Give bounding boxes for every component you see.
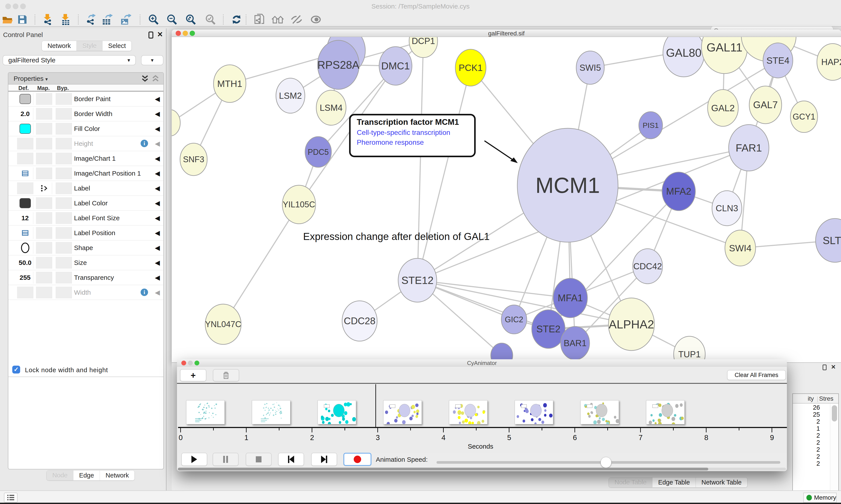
table-cell[interactable]: 2 xyxy=(793,418,823,425)
expand-row-arrow-icon[interactable]: ◀ xyxy=(155,199,160,207)
def-cell[interactable]: 2.0 xyxy=(17,108,33,120)
map-cell[interactable] xyxy=(36,197,52,209)
def-cell[interactable] xyxy=(17,93,33,105)
expand-row-arrow-icon[interactable]: ◀ xyxy=(155,155,160,162)
frame-thumbnail-5s[interactable] xyxy=(515,400,553,424)
clear-all-frames-button[interactable]: Clear All Frames xyxy=(727,370,786,380)
def-cell[interactable] xyxy=(17,227,33,239)
map-cell[interactable] xyxy=(36,182,52,194)
map-cell[interactable] xyxy=(36,108,52,120)
annotation-link[interactable]: Pheromone response xyxy=(357,138,474,146)
properties-header[interactable]: Properties ▾ xyxy=(8,73,163,85)
def-cell[interactable]: 12 xyxy=(17,212,33,224)
frame-thumbnail-7s[interactable] xyxy=(646,400,685,424)
duplicate-network-icon[interactable] xyxy=(253,14,265,25)
expand-row-arrow-icon[interactable]: ◀ xyxy=(155,184,160,192)
frame-thumbnail-2s[interactable] xyxy=(318,400,356,424)
expand-row-arrow-icon[interactable]: ◀ xyxy=(155,259,160,267)
expand-row-arrow-icon[interactable]: ◀ xyxy=(155,95,160,103)
refresh-icon[interactable] xyxy=(230,14,243,25)
def-cell[interactable] xyxy=(17,167,33,179)
style-options-button[interactable]: ▾ xyxy=(141,55,163,65)
def-cell[interactable]: 255 xyxy=(17,272,33,284)
byp-cell[interactable] xyxy=(56,272,72,284)
delete-frame-button[interactable] xyxy=(213,369,239,381)
table-cell[interactable]: 1 xyxy=(793,425,823,432)
expand-row-arrow-icon[interactable]: ◀ xyxy=(155,289,160,296)
byp-cell[interactable] xyxy=(56,93,72,105)
def-cell[interactable] xyxy=(17,197,33,209)
tab-edge-table[interactable]: Edge Table xyxy=(652,478,696,487)
byp-cell[interactable] xyxy=(56,152,72,164)
timeline-scrollbar-thumb[interactable] xyxy=(178,468,708,470)
expand-row-arrow-icon[interactable]: ◀ xyxy=(155,125,160,132)
map-cell[interactable] xyxy=(36,93,52,105)
tab-network[interactable]: Network xyxy=(100,470,135,480)
table-cell[interactable]: 26 xyxy=(793,404,823,411)
add-frame-button[interactable]: + xyxy=(180,369,206,381)
tab-style[interactable]: Style xyxy=(76,41,102,51)
byp-cell[interactable] xyxy=(56,123,72,134)
table-cell[interactable]: 2 xyxy=(793,460,823,467)
table-cell[interactable]: 2 xyxy=(793,453,823,460)
property-row-label-font-size[interactable]: 12Label Font Size◀ xyxy=(8,211,163,226)
info-icon[interactable]: i xyxy=(141,140,148,147)
byp-cell[interactable] xyxy=(56,257,72,269)
property-row-transparency[interactable]: 255Transparency◀ xyxy=(8,270,163,285)
property-row-image-chart-1[interactable]: Image/Chart 1◀ xyxy=(8,151,163,166)
property-row-label-color[interactable]: Label Color◀ xyxy=(8,196,163,211)
column-header[interactable]: ity xyxy=(793,395,814,402)
timeline-scrollbar[interactable] xyxy=(178,468,786,470)
frame-thumbnail-0s[interactable] xyxy=(186,400,225,424)
animation-speed-thumb[interactable] xyxy=(601,457,611,468)
open-folder-icon[interactable] xyxy=(2,14,14,25)
property-row-size[interactable]: 50.0Size◀ xyxy=(8,255,163,270)
zoom-selected-icon[interactable] xyxy=(204,14,216,25)
byp-cell[interactable] xyxy=(56,167,72,179)
home-network-icon[interactable] xyxy=(272,14,284,25)
map-cell[interactable] xyxy=(36,138,52,149)
expand-row-arrow-icon[interactable]: ◀ xyxy=(155,169,160,177)
column-header[interactable]: Stres xyxy=(819,395,833,402)
def-cell[interactable] xyxy=(17,138,33,149)
expand-row-arrow-icon[interactable]: ◀ xyxy=(155,214,160,222)
tab-node[interactable]: Node xyxy=(47,470,73,480)
byp-cell[interactable] xyxy=(56,287,72,299)
table-cell[interactable]: 2 xyxy=(793,446,823,453)
map-cell[interactable] xyxy=(36,123,52,134)
map-cell[interactable] xyxy=(36,167,52,179)
timeline-playhead[interactable] xyxy=(375,384,376,427)
property-row-label[interactable]: Label◀ xyxy=(8,181,163,196)
hide-panel-eye-slash-icon[interactable] xyxy=(290,14,303,25)
property-row-fill-color[interactable]: Fill Color◀ xyxy=(8,121,163,136)
property-row-border-width[interactable]: 2.0Border Width◀ xyxy=(8,106,163,121)
memory-button[interactable]: Memory xyxy=(803,492,837,503)
map-cell[interactable] xyxy=(36,242,52,254)
property-row-label-position[interactable]: Label Position◀ xyxy=(8,226,163,240)
expand-row-arrow-icon[interactable]: ◀ xyxy=(155,110,160,118)
close-panel-icon[interactable]: ✕ xyxy=(831,364,836,371)
skip-to-end-button[interactable] xyxy=(311,453,337,466)
byp-cell[interactable] xyxy=(56,242,72,254)
expand-all-icon[interactable] xyxy=(141,75,149,83)
style-selector[interactable]: galFiltered Style ▾ xyxy=(3,55,136,65)
byp-cell[interactable] xyxy=(56,108,72,120)
map-cell[interactable] xyxy=(36,212,52,224)
zoom-fit-icon[interactable] xyxy=(184,14,197,25)
frame-thumbnail-3s[interactable] xyxy=(383,400,422,424)
def-cell[interactable] xyxy=(17,242,33,254)
byp-cell[interactable] xyxy=(56,182,72,194)
play-button[interactable] xyxy=(181,453,207,466)
collapse-all-icon[interactable] xyxy=(151,75,160,83)
export-image-icon[interactable] xyxy=(120,14,132,25)
map-cell[interactable] xyxy=(36,287,52,299)
record-button[interactable] xyxy=(343,453,372,466)
def-cell[interactable] xyxy=(17,182,33,194)
expand-row-arrow-icon[interactable]: ◀ xyxy=(155,140,160,147)
zoom-in-icon[interactable] xyxy=(147,14,159,25)
tab-select[interactable]: Select xyxy=(102,41,132,51)
zoom-out-icon[interactable] xyxy=(165,14,178,25)
import-table-icon[interactable] xyxy=(59,14,72,25)
close-panel-icon[interactable]: ✕ xyxy=(157,30,163,38)
table-cell[interactable]: 2 xyxy=(793,432,823,439)
